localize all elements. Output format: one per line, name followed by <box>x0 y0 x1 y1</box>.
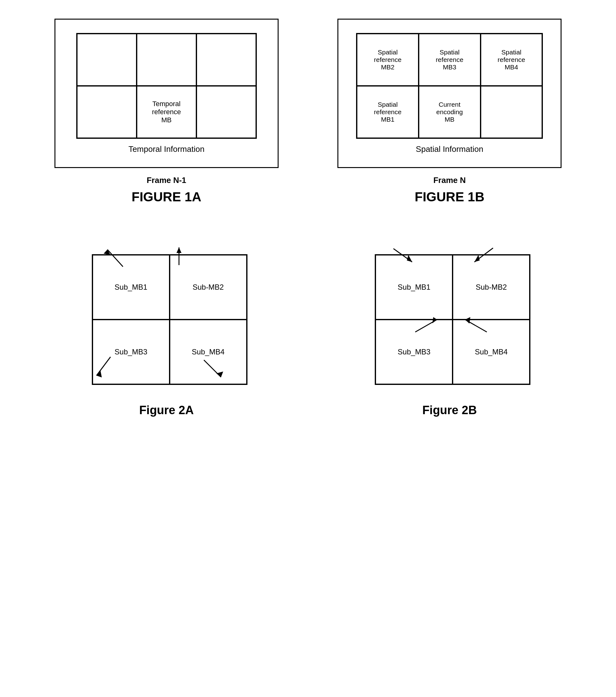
figure-1a-info-label: Temporal Information <box>129 144 205 154</box>
grid-cell-2a-sub4: Sub_MB4 <box>170 320 247 384</box>
grid-cell-1a-1-2 <box>196 86 256 138</box>
figure-2b-grid: Sub_MB1 Sub-MB2 Sub_MB3 Sub_MB4 <box>375 254 530 385</box>
grid-cell-1b-mb4: Spatial reference MB4 <box>481 34 543 86</box>
grid-cell-1b-empty <box>481 86 543 138</box>
grid-cell-1a-temporal: Temporal reference MB <box>137 86 196 138</box>
grid-cell-1b-current: Current encoding MB <box>419 86 481 138</box>
svg-marker-3 <box>176 247 181 253</box>
grid-cell-2a-sub2: Sub-MB2 <box>170 255 247 320</box>
grid-cell-2a-sub3: Sub_MB3 <box>92 320 170 384</box>
figure-2b-grid-inner: Sub_MB1 Sub-MB2 Sub_MB3 Sub_MB4 <box>375 254 530 385</box>
grid-cell-1b-mb1: Spatial reference MB1 <box>357 86 419 138</box>
grid-cell-1b-mb2: Spatial reference MB2 <box>357 34 419 86</box>
grid-cell-1a-0-0 <box>77 34 137 86</box>
figure-1a-block: Temporal reference MB Temporal Informati… <box>55 19 279 205</box>
figure-1b-block: Spatial reference MB2 Spatial reference … <box>337 19 561 205</box>
grid-cell-1b-mb3: Spatial reference MB3 <box>419 34 481 86</box>
figure-2a-grid: Sub_MB1 Sub-MB2 Sub_MB3 Sub_MB4 <box>92 254 248 385</box>
figure-1a-grid: Temporal reference MB <box>76 33 257 139</box>
figure-1a-label: FIGURE 1A <box>132 190 201 205</box>
grid-cell-2b-sub3: Sub_MB3 <box>376 320 453 384</box>
page: Temporal reference MB Temporal Informati… <box>0 0 616 697</box>
grid-cell-2b-sub1: Sub_MB1 <box>376 255 453 320</box>
grid-cell-1a-0-2 <box>196 34 256 86</box>
figure-2a-arrows-container: Sub_MB1 Sub-MB2 Sub_MB3 Sub_MB4 <box>83 236 251 397</box>
figure-1b-frame-label: Frame N <box>433 176 466 185</box>
bottom-row: Sub_MB1 Sub-MB2 Sub_MB3 Sub_MB4 <box>25 236 591 417</box>
figure-1b-grid: Spatial reference MB2 Spatial reference … <box>356 33 543 139</box>
figure-2b-wrapper: Sub_MB1 Sub-MB2 Sub_MB3 Sub_MB4 <box>356 236 543 417</box>
grid-cell-2b-sub4: Sub_MB4 <box>453 320 530 384</box>
grid-cell-1a-0-1 <box>137 34 196 86</box>
figure-2a-grid-inner: Sub_MB1 Sub-MB2 Sub_MB3 Sub_MB4 <box>92 254 248 385</box>
figure-2a-wrapper: Sub_MB1 Sub-MB2 Sub_MB3 Sub_MB4 <box>73 236 260 417</box>
grid-cell-2a-sub1: Sub_MB1 <box>92 255 170 320</box>
figure-1b-label: FIGURE 1B <box>415 190 484 205</box>
grid-cell-1a-1-0 <box>77 86 137 138</box>
figure-1a-outer-box: Temporal reference MB Temporal Informati… <box>55 19 279 168</box>
figure-1b-outer-box: Spatial reference MB2 Spatial reference … <box>337 19 561 168</box>
grid-cell-2b-sub2: Sub-MB2 <box>453 255 530 320</box>
figure-2a-label: Figure 2A <box>139 404 194 417</box>
top-row: Temporal reference MB Temporal Informati… <box>25 19 591 205</box>
figure-1b-info-label: Spatial Information <box>416 144 483 154</box>
figure-2b-arrows-container: Sub_MB1 Sub-MB2 Sub_MB3 Sub_MB4 <box>365 236 533 397</box>
figure-1a-frame-label: Frame N-1 <box>147 176 186 185</box>
figure-2b-label: Figure 2B <box>422 404 477 417</box>
